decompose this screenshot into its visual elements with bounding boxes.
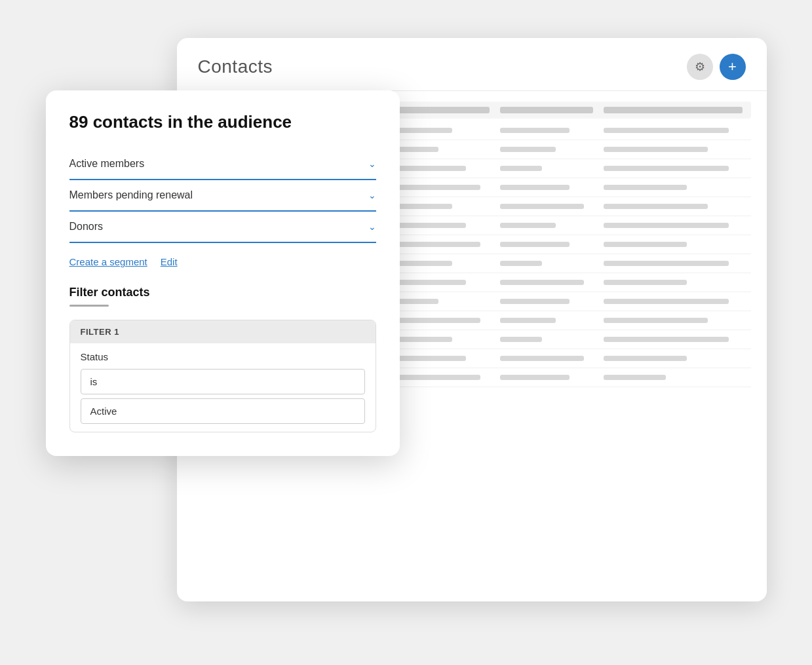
table-cell-bar xyxy=(604,375,667,380)
table-cell-bar xyxy=(604,337,729,342)
table-cell-bar xyxy=(500,242,570,247)
create-segment-link[interactable]: Create a segment xyxy=(69,256,147,267)
filter-heading: Filter contacts xyxy=(69,286,376,299)
filter-condition[interactable]: is xyxy=(81,369,365,394)
table-cell-bar xyxy=(604,318,708,323)
table-cell-bar xyxy=(500,280,584,285)
segment-item-donors[interactable]: Donors⌄ xyxy=(69,212,376,243)
table-cell-bar xyxy=(604,280,687,285)
table-cell-bar xyxy=(500,337,542,342)
table-cell-bar xyxy=(604,356,687,361)
table-cell-bar xyxy=(396,261,452,266)
chevron-down-icon: ⌄ xyxy=(368,221,376,232)
segment-item-members-pending[interactable]: Members pending renewal⌄ xyxy=(69,180,376,212)
table-cell-bar xyxy=(396,356,466,361)
table-cell-bar xyxy=(396,375,480,380)
table-cell-bar xyxy=(396,223,466,228)
table-cell-bar xyxy=(396,318,480,323)
table-cell-bar xyxy=(500,261,542,266)
table-cell-bar xyxy=(500,375,570,380)
gear-button[interactable]: ⚙ xyxy=(687,54,713,80)
segment-item-label: Active members xyxy=(69,158,145,170)
table-cell-bar xyxy=(604,299,729,304)
table-cell-bar xyxy=(396,299,438,304)
table-cell-bar xyxy=(500,166,542,171)
table-cell-bar xyxy=(604,242,687,247)
table-cell-bar xyxy=(604,204,708,209)
table-cell-bar xyxy=(500,128,570,133)
table-cell-bar xyxy=(500,318,556,323)
chevron-down-icon: ⌄ xyxy=(368,159,376,169)
col-header-3 xyxy=(500,107,593,113)
plus-icon: + xyxy=(728,58,737,75)
filter-divider xyxy=(69,305,109,307)
table-cell-bar xyxy=(396,147,438,152)
segment-item-label: Members pending renewal xyxy=(69,189,193,201)
table-cell-bar xyxy=(396,242,480,247)
table-cell-bar xyxy=(604,128,729,133)
table-cell-bar xyxy=(500,299,570,304)
window-title: Contacts xyxy=(198,56,273,77)
table-cell-bar xyxy=(604,166,729,171)
table-cell-bar xyxy=(604,147,708,152)
table-cell-bar xyxy=(500,356,584,361)
table-cell-bar xyxy=(396,204,452,209)
table-cell-bar xyxy=(396,185,480,190)
audience-panel: 89 contacts in the audience Active membe… xyxy=(46,90,400,457)
col-header-2 xyxy=(396,107,490,113)
filter-label: FILTER 1 xyxy=(70,320,376,343)
filter-value[interactable]: Active xyxy=(81,398,365,424)
segment-actions: Create a segment Edit xyxy=(69,256,376,267)
chevron-down-icon: ⌄ xyxy=(368,190,376,200)
edit-link[interactable]: Edit xyxy=(161,256,178,267)
segment-item-label: Donors xyxy=(69,221,104,233)
window-header: Contacts ⚙ + xyxy=(177,38,767,91)
table-cell-bar xyxy=(604,261,729,266)
table-cell-bar xyxy=(500,223,556,228)
table-cell-bar xyxy=(396,166,466,171)
table-cell-bar xyxy=(396,280,466,285)
add-button[interactable]: + xyxy=(720,54,746,80)
table-cell-bar xyxy=(604,223,729,228)
table-cell-bar xyxy=(604,185,687,190)
audience-count: 89 contacts in the audience xyxy=(69,111,376,134)
table-cell-bar xyxy=(396,128,452,133)
segment-item-active-members[interactable]: Active members⌄ xyxy=(69,149,376,180)
table-cell-bar xyxy=(396,337,452,342)
header-actions: ⚙ + xyxy=(687,54,746,80)
table-cell-bar xyxy=(500,185,570,190)
col-header-4 xyxy=(604,107,743,113)
filter-field-label: Status xyxy=(81,351,365,362)
table-cell-bar xyxy=(500,204,584,209)
gear-icon: ⚙ xyxy=(695,60,705,74)
filter-body: Status is Active xyxy=(70,343,376,432)
table-cell-bar xyxy=(500,147,556,152)
filter-box: FILTER 1 Status is Active xyxy=(69,320,376,432)
